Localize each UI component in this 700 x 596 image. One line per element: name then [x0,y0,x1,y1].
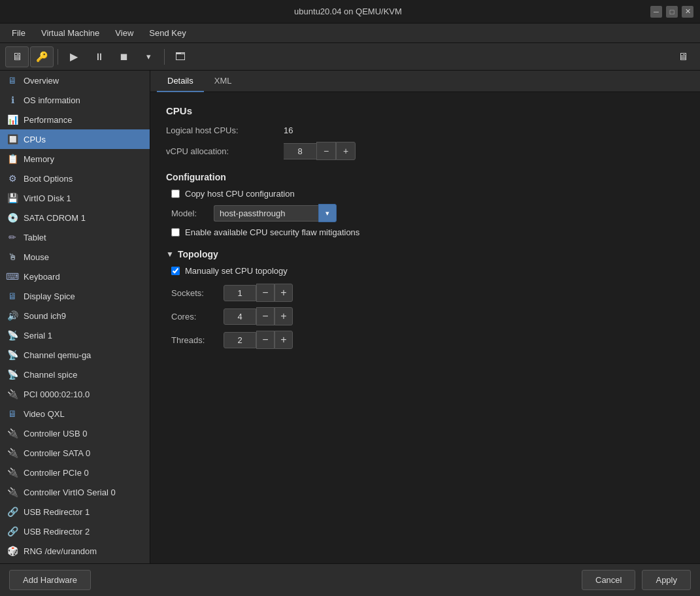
close-button[interactable]: ✕ [682,6,693,18]
tab-details[interactable]: Details [157,71,204,92]
bottom-bar: Add Hardware Cancel Apply [0,563,700,596]
ctrl-virtio-icon: 🔌 [7,486,18,498]
vcpu-label: vCPU allocation: [166,146,284,156]
menubar: File Virtual Machine View Send Key [0,24,700,43]
cores-row: Cores: − + [166,307,684,325]
menu-send-key[interactable]: Send Key [142,25,192,41]
toolbar-screenshot-btn[interactable]: 🖥 [5,46,29,67]
sidebar-item-display-spice[interactable]: 🖥 Display Spice [0,286,150,306]
topology-collapse-icon: ▼ [166,250,174,259]
apply-button[interactable]: Apply [642,570,691,590]
sidebar-item-sound[interactable]: 🔊 Sound ich9 [0,306,150,325]
threads-decrease-btn[interactable]: − [256,331,275,349]
vcpu-input[interactable] [284,143,316,159]
sidebar-item-serial[interactable]: 📡 Serial 1 [0,325,150,345]
manually-set-row: Manually set CPU topology [166,266,684,276]
sidebar-item-ctrl-virtio[interactable]: 🔌 Controller VirtIO Serial 0 [0,482,150,502]
sidebar-item-tablet[interactable]: ✏ Tablet [0,227,150,247]
security-flaw-row: Enable available CPU security flaw mitig… [166,227,684,237]
copy-host-cpu-label[interactable]: Copy host CPU configuration [185,189,295,199]
sidebar-item-boot-options[interactable]: ⚙ Boot Options [0,169,150,188]
config-section-title: Configuration [166,172,684,182]
toolbar-sep-2 [164,49,165,65]
toolbar-key-btn[interactable]: 🔑 [30,46,54,67]
titlebar: ubuntu20.04 on QEMU/KVM ─ □ ✕ [0,0,700,24]
sidebar-item-sata-cdrom[interactable]: 💿 SATA CDROM 1 [0,208,150,227]
screens-icon: 🗔 [175,51,186,63]
sidebar-item-memory[interactable]: 📋 Memory [0,149,150,169]
ctrl-usb-icon: 🔌 [7,427,18,439]
toolbar-sep-1 [58,49,58,65]
sidebar-item-os-info[interactable]: ℹ OS information [0,90,150,110]
sidebar-item-cpus[interactable]: 🔲 CPUs [0,129,150,149]
sidebar-item-mouse[interactable]: 🖱 Mouse [0,247,150,267]
topology-header[interactable]: ▼ Topology [166,249,684,259]
menu-virtual-machine[interactable]: Virtual Machine [35,25,106,41]
model-row: Model: host-passthrough ▾ [166,204,684,222]
sidebar-item-video-qxl[interactable]: 🖥 Video QXL [0,404,150,423]
rng-icon: 🎲 [7,545,18,557]
cores-increase-btn[interactable]: + [275,307,293,325]
topology-title: Topology [178,249,218,259]
tablet-icon: ✏ [7,231,18,243]
security-flaw-checkbox[interactable] [171,228,180,237]
sidebar-item-ctrl-usb[interactable]: 🔌 Controller USB 0 [0,423,150,443]
manually-set-label[interactable]: Manually set CPU topology [185,266,288,276]
sidebar-item-usb-redir-1[interactable]: 🔗 USB Redirector 1 [0,502,150,522]
sidebar-item-rng[interactable]: 🎲 RNG /dev/urandom [0,541,150,561]
mouse-icon: 🖱 [7,251,18,263]
configuration-section: Configuration Copy host CPU configuratio… [166,172,684,237]
maximize-button[interactable]: □ [666,6,678,18]
threads-label: Threads: [171,335,224,345]
manually-set-checkbox[interactable] [171,267,180,275]
display-spice-icon: 🖥 [7,290,18,302]
sidebar-item-overview[interactable]: 🖥 Overview [0,71,150,90]
chevron-down-icon: ▾ [325,209,329,218]
security-flaw-label[interactable]: Enable available CPU security flaw mitig… [185,227,359,237]
threads-row: Threads: − + [166,331,684,349]
sound-icon: 🔊 [7,310,18,322]
cores-decrease-btn[interactable]: − [256,307,275,325]
toolbar-dropdown-btn[interactable]: ▾ [137,46,160,67]
toolbar-monitor-btn[interactable]: 🖥 [671,46,695,67]
overview-icon: 🖥 [7,74,18,86]
toolbar-stop-btn[interactable]: ⏹ [112,46,135,67]
monitor-icon: 🖥 [12,51,22,63]
sidebar-item-keyboard[interactable]: ⌨ Keyboard [0,267,150,286]
toolbar-manage-btn[interactable]: 🗔 [169,46,192,67]
add-hardware-button[interactable]: Add Hardware [9,570,91,590]
sockets-increase-btn[interactable]: + [275,284,293,302]
minimize-button[interactable]: ─ [650,6,662,18]
sidebar-item-usb-redir-2[interactable]: 🔗 USB Redirector 2 [0,522,150,541]
serial-icon: 📡 [7,329,18,341]
cores-input[interactable] [224,308,256,325]
vcpu-increase-btn[interactable]: + [336,142,356,160]
sidebar-item-performance[interactable]: 📊 Performance [0,110,150,129]
vcpu-decrease-btn[interactable]: − [316,142,336,160]
sidebar-item-virtio-disk[interactable]: 💾 VirtIO Disk 1 [0,188,150,208]
copy-host-cpu-checkbox[interactable] [171,190,180,198]
sockets-input[interactable] [224,285,256,301]
sidebar-item-ctrl-pcie[interactable]: 🔌 Controller PCIe 0 [0,463,150,482]
menu-view[interactable]: View [108,25,140,41]
threads-input[interactable] [224,332,256,348]
sockets-decrease-btn[interactable]: − [256,284,275,302]
cores-control: − + [224,307,293,325]
disk-icon: 💾 [7,192,18,204]
model-select[interactable]: host-passthrough [214,205,318,222]
toolbar-pause-btn[interactable]: ⏸ [87,46,110,67]
threads-control: − + [224,331,293,349]
toolbar-play-btn[interactable]: ▶ [62,46,86,67]
threads-increase-btn[interactable]: + [275,331,293,349]
menu-file[interactable]: File [5,25,32,41]
tab-xml[interactable]: XML [204,71,242,92]
sidebar-item-channel-spice[interactable]: 📡 Channel spice [0,365,150,384]
sidebar-item-pci[interactable]: 🔌 PCI 0000:02:10.0 [0,384,150,404]
sockets-row: Sockets: − + [166,284,684,302]
sidebar-item-channel-qemu[interactable]: 📡 Channel qemu-ga [0,345,150,365]
channel-spice-icon: 📡 [7,369,18,380]
sidebar-item-ctrl-sata[interactable]: 🔌 Controller SATA 0 [0,443,150,463]
model-dropdown-btn[interactable]: ▾ [318,204,337,222]
ctrl-sata-icon: 🔌 [7,447,18,459]
cancel-button[interactable]: Cancel [582,570,635,590]
